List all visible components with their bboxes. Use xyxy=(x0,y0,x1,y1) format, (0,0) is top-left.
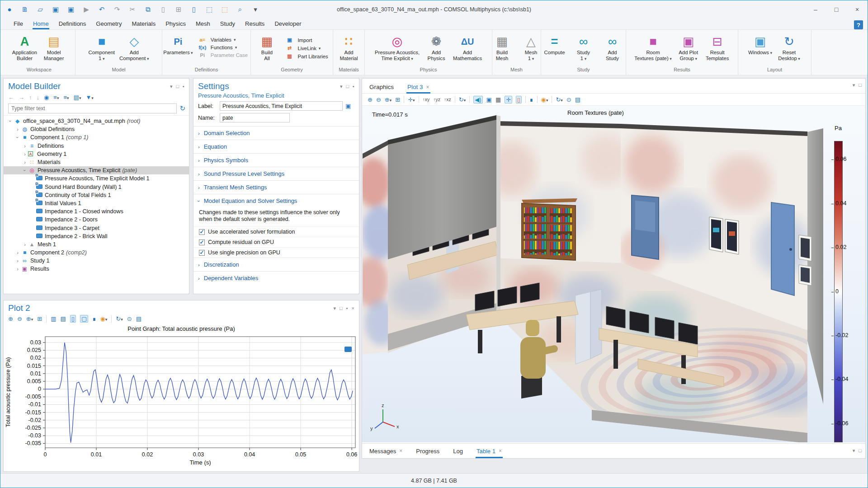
tree-item[interactable]: ›◍Global Definitions xyxy=(4,125,189,133)
panel-menu-icon[interactable]: ▾ xyxy=(853,448,855,454)
close-button[interactable]: × xyxy=(847,0,868,18)
update-icon[interactable]: ↻▾ xyxy=(556,96,562,103)
menu-mesh[interactable]: Mesh xyxy=(191,19,215,29)
expander-icon[interactable]: › xyxy=(22,160,28,165)
tree-item[interactable]: ›▣Results xyxy=(4,265,189,273)
search-icon[interactable]: ⌕ xyxy=(236,5,245,14)
go-to-view-icon[interactable]: ✛▾ xyxy=(408,96,415,103)
grid-icon[interactable]: ▦ xyxy=(495,96,501,103)
menu-study[interactable]: Study xyxy=(215,19,240,29)
menu-physics[interactable]: Physics xyxy=(160,19,191,29)
section-model-equation-and-solver-settings[interactable]: ›Model Equation and Solver Settings xyxy=(193,194,359,207)
float-icon[interactable]: □ xyxy=(859,448,862,454)
compute-button[interactable]: =Compute xyxy=(541,33,569,56)
open-file-icon[interactable]: ▱ xyxy=(36,5,45,14)
axes-icon[interactable]: ✛ xyxy=(505,96,512,103)
reset-desktop-button[interactable]: ↻Reset Desktop ▾ xyxy=(775,33,803,63)
rename-icon[interactable]: ▣ xyxy=(345,103,351,109)
add-study-button[interactable]: ∞Add Study xyxy=(599,33,627,62)
paste-icon[interactable]: ▯ xyxy=(159,5,168,14)
section-discretization[interactable]: ›Discretization xyxy=(193,258,359,271)
zoom-box-icon[interactable]: ⊕▾ xyxy=(385,96,392,103)
section-sound-pressure-level-settings[interactable]: ›Sound Pressure Level Settings xyxy=(193,167,359,180)
panel-menu-icon[interactable]: ▾ xyxy=(170,84,173,89)
tree-item[interactable]: ›■Component 2(comp2) xyxy=(4,249,189,257)
tree-item[interactable]: ›AGeometry 1 xyxy=(4,150,189,158)
cut-icon[interactable]: ✂ xyxy=(128,5,137,14)
study-button[interactable]: ∞Study 1 ▾ xyxy=(570,33,598,63)
tab-messages[interactable]: Messages× xyxy=(368,445,403,458)
expander-icon[interactable]: › xyxy=(14,266,21,272)
minimize-button[interactable]: – xyxy=(805,0,826,18)
menu-results[interactable]: Results xyxy=(240,19,269,29)
show-icon[interactable]: ◉ xyxy=(44,94,49,101)
print-icon[interactable]: ▤ xyxy=(575,96,580,103)
color-palette-icon[interactable]: ◉▾ xyxy=(100,315,107,322)
build-mesh-button[interactable]: ▦Build Mesh xyxy=(488,33,516,62)
windows-button[interactable]: ▣Windows ▾ xyxy=(746,33,774,57)
checkbox-row[interactable]: ✓Use accelerated solver formulation xyxy=(193,226,359,237)
checkbox[interactable]: ✓ xyxy=(199,229,205,235)
tab-table-1[interactable]: Table 1× xyxy=(476,445,503,458)
part-libraries-button[interactable]: ▥Part Libraries xyxy=(283,53,328,59)
more-icon[interactable]: ▾ xyxy=(251,5,260,14)
view-yz-icon[interactable]: ↑yz xyxy=(433,97,440,102)
menu-file[interactable]: File xyxy=(9,19,28,29)
add-physics-button[interactable]: ❁Add Physics xyxy=(422,33,450,62)
lock-icon[interactable]: ∎ xyxy=(92,315,96,322)
tree-item[interactable]: Impedance 1 - Closed windows xyxy=(4,207,189,216)
tab-log[interactable]: Log xyxy=(452,445,464,458)
color-palette-icon[interactable]: ◉▾ xyxy=(541,96,548,103)
lock-icon[interactable]: ∎ xyxy=(529,96,533,103)
zoom-in-icon[interactable]: ⊕ xyxy=(8,315,13,322)
checkbox[interactable]: ✓ xyxy=(199,239,205,245)
functions-button[interactable]: f(x)Functions▾ xyxy=(197,45,248,50)
checkbox[interactable]: ✓ xyxy=(199,250,205,256)
add-plot-group-button[interactable]: ▣Add Plot Group ▾ xyxy=(675,33,703,63)
variables-button[interactable]: a=Variables▾ xyxy=(197,37,248,42)
expander-icon[interactable]: › xyxy=(22,242,28,247)
save-icon[interactable]: ▣ xyxy=(51,5,60,14)
view-xy-icon[interactable]: ↑xy xyxy=(423,97,430,102)
refresh-icon[interactable]: ↻ xyxy=(179,104,185,113)
import-button[interactable]: ▣Import xyxy=(283,37,328,43)
view-xz-icon[interactable]: ↑xz xyxy=(444,97,451,102)
expander-icon[interactable]: › xyxy=(22,151,28,157)
collapse-all-icon[interactable]: ≡▾ xyxy=(63,94,69,101)
help-icon[interactable]: ? xyxy=(854,20,863,29)
section-dependent-variables[interactable]: ›Dependent Variables xyxy=(193,271,359,285)
section-physics-symbols[interactable]: ›Physics Symbols xyxy=(193,153,359,167)
plot-window-icon[interactable] xyxy=(344,347,352,352)
panel-menu-icon[interactable]: ▾ xyxy=(333,305,336,311)
pressure-acoustics-button[interactable]: ◎Pressure Acoustics, Time Explicit ▾ xyxy=(373,33,421,63)
select-icon[interactable]: ⬚ xyxy=(205,5,214,14)
forward-icon[interactable]: → xyxy=(19,94,24,101)
graphics-view[interactable]: z x y Time=0.017 s Room Textures (pate) … xyxy=(362,106,865,443)
panel-menu-icon[interactable]: ▾ xyxy=(853,82,855,88)
model-tree-node-icon[interactable]: ▤▾ xyxy=(74,94,81,101)
redo-icon[interactable]: ↷ xyxy=(113,5,122,14)
tree-filter-input[interactable] xyxy=(8,103,177,113)
tree-item[interactable]: Impedance 2 - Doors xyxy=(4,216,189,224)
print-icon[interactable]: ▤ xyxy=(136,315,142,322)
tree-item[interactable]: Initial Values 1 xyxy=(4,199,189,207)
comsol-logo-icon[interactable]: ● xyxy=(5,5,14,14)
add-mathematics-button[interactable]: ΔUAdd Mathematics xyxy=(451,33,484,62)
float-icon[interactable]: □ xyxy=(859,82,862,88)
menu-materials[interactable]: Materials xyxy=(127,19,160,29)
expander-icon[interactable]: › xyxy=(22,167,28,174)
move-up-icon[interactable]: ↑ xyxy=(29,94,32,101)
run-icon[interactable]: ▶ xyxy=(82,5,91,14)
snapshot-icon[interactable]: ⊙ xyxy=(566,96,571,103)
label-field-input[interactable] xyxy=(220,101,343,111)
tree-item[interactable]: Continuity of Total Fields 1 xyxy=(4,191,189,199)
expander-icon[interactable]: › xyxy=(14,127,21,132)
move-down-icon[interactable]: ↓ xyxy=(37,94,40,101)
copy-icon[interactable]: ⧉ xyxy=(143,5,152,14)
tree-item[interactable]: ›∷Materials xyxy=(4,158,189,166)
pin-icon[interactable]: ▪ xyxy=(346,305,348,311)
zoom-out-icon[interactable]: ⊖ xyxy=(376,96,381,103)
maximize-button[interactable]: □ xyxy=(826,0,847,18)
new-file-icon[interactable]: 🗎 xyxy=(20,5,29,14)
zoom-out-icon[interactable]: ⊖ xyxy=(17,315,22,322)
